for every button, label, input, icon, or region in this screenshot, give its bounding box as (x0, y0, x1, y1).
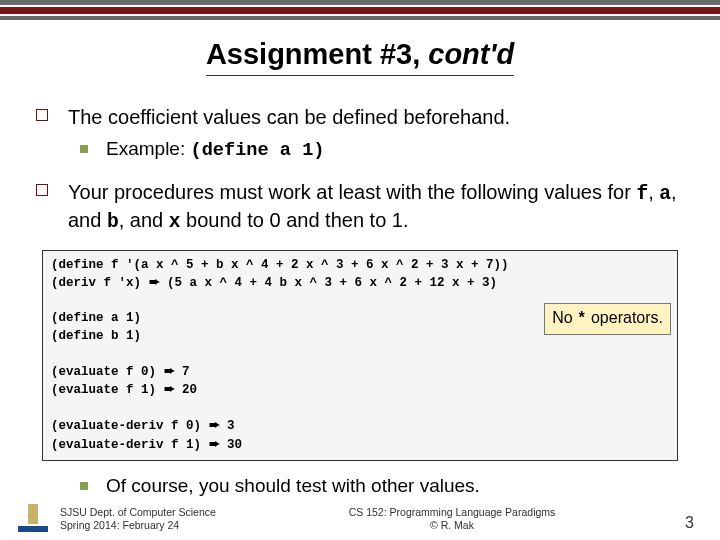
code-line: (define b 1) (51, 329, 141, 343)
example-code: (define a 1) (190, 139, 324, 161)
footer-center: CS 152: Programming Language Paradigms ©… (250, 506, 654, 532)
slide-body: The coefficient values can be defined be… (0, 76, 720, 497)
sub-bullet-icon (80, 482, 88, 490)
arrow-icon: ➨ (209, 437, 220, 451)
arrow-icon: ➨ (149, 275, 160, 289)
code-line: (evaluate f 1) (51, 383, 164, 397)
arrow-icon: ➨ (209, 418, 220, 432)
code-line: (define f '(a x ^ 5 + b x ^ 4 + 2 x ^ 3 … (51, 258, 509, 272)
sub-bullet-icon (80, 145, 88, 153)
square-bullet-icon (36, 184, 48, 196)
bullet-1-sub: Example: (define a 1) (80, 138, 684, 161)
arrow-icon: ➨ (164, 382, 175, 396)
page-number: 3 (654, 514, 694, 532)
code-line: (define a 1) (51, 311, 141, 325)
code-result: 7 (175, 365, 190, 379)
code-result: 30 (220, 438, 243, 452)
code-result: 20 (175, 383, 198, 397)
bullet-2: Your procedures must work at least with … (36, 179, 684, 236)
title-suffix: cont'd (428, 38, 514, 70)
slide-footer: SJSU Dept. of Computer Science Spring 20… (0, 506, 720, 532)
code-line: (evaluate-deriv f 1) (51, 438, 209, 452)
code-line: (evaluate-deriv f 0) (51, 419, 209, 433)
code-line: (deriv f 'x) (51, 276, 149, 290)
code-result: 3 (220, 419, 235, 433)
decorative-top-bars (0, 0, 720, 20)
bullet-1-text: The coefficient values can be defined be… (68, 104, 510, 130)
footer-left: SJSU Dept. of Computer Science Spring 20… (60, 506, 250, 532)
example-label: Example: (106, 138, 190, 159)
callout-no-operators: No * operators. (544, 303, 671, 335)
arrow-icon: ➨ (164, 364, 175, 378)
bullet-2-text: Your procedures must work at least with … (68, 179, 684, 236)
code-result: (5 a x ^ 4 + 4 b x ^ 3 + 6 x ^ 2 + 12 x … (160, 276, 498, 290)
square-bullet-icon (36, 109, 48, 121)
bullet-3-text: Of course, you should test with other va… (106, 475, 480, 497)
bullet-3: Of course, you should test with other va… (80, 475, 684, 497)
bullet-1-sub-text: Example: (define a 1) (106, 138, 325, 161)
code-block: (define f '(a x ^ 5 + b x ^ 4 + 2 x ^ 3 … (42, 250, 678, 462)
title-prefix: Assignment #3, (206, 38, 428, 70)
code-line: (evaluate f 0) (51, 365, 164, 379)
slide-title: Assignment #3, cont'd (206, 38, 514, 76)
bullet-1: The coefficient values can be defined be… (36, 104, 684, 130)
